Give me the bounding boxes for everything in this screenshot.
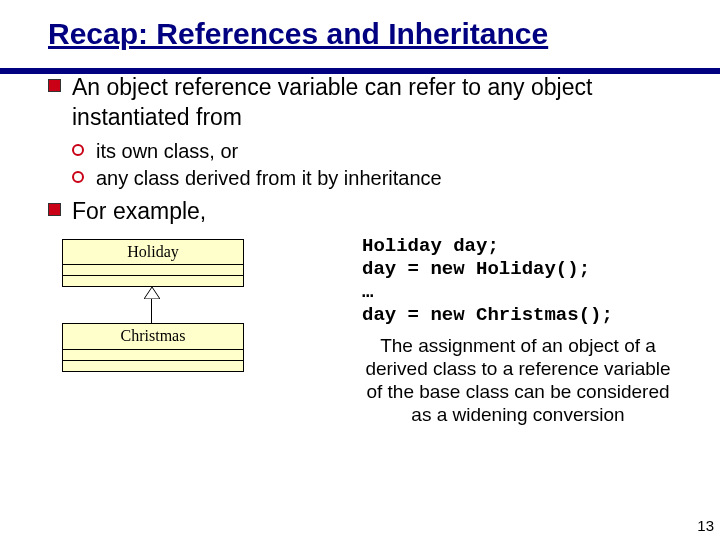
slide: Recap: References and Inheritance An obj…: [0, 0, 720, 540]
bullet-text: For example,: [72, 198, 206, 224]
uml-class-section: [63, 276, 243, 286]
uml-class-holiday: Holiday: [62, 239, 244, 288]
uml-class-name: Christmas: [63, 324, 243, 350]
uml-class-christmas: Christmas: [62, 323, 244, 372]
square-bullet-icon: [48, 79, 61, 92]
slide-title: Recap: References and Inheritance: [48, 14, 684, 53]
page-number: 13: [697, 517, 714, 534]
bullet-text: An object reference variable can refer t…: [72, 74, 592, 130]
circle-bullet-icon: [72, 171, 84, 183]
bullet-text: any class derived from it by inheritance: [96, 167, 442, 189]
uml-inheritance-arrow: [62, 287, 362, 323]
bullet-level1: For example,: [48, 197, 684, 227]
bullet-level2: any class derived from it by inheritance: [72, 166, 684, 191]
bullet-text: its own class, or: [96, 140, 238, 162]
explanation-note: The assignment of an object of a derived…: [362, 335, 684, 426]
diagram-row: Holiday Christmas: [48, 235, 684, 427]
code-line: day = new Christmas();: [362, 304, 613, 326]
bullet-level1: An object reference variable can refer t…: [48, 73, 684, 133]
right-column: Holiday day; day = new Holiday(); … day …: [362, 235, 684, 427]
bullet-level2: its own class, or: [72, 139, 684, 164]
code-line: day = new Holiday();: [362, 258, 590, 280]
triangle-arrowhead-icon: [144, 287, 160, 299]
uml-class-section: [63, 350, 243, 361]
square-bullet-icon: [48, 203, 61, 216]
code-line: Holiday day;: [362, 235, 499, 257]
code-block: Holiday day; day = new Holiday(); … day …: [362, 235, 684, 328]
uml-diagram: Holiday Christmas: [48, 235, 362, 373]
svg-marker-0: [144, 287, 160, 299]
arrow-line: [151, 299, 152, 323]
slide-content: An object reference variable can refer t…: [48, 73, 684, 427]
uml-class-section: [63, 361, 243, 371]
uml-class-name: Holiday: [63, 240, 243, 266]
uml-class-section: [63, 265, 243, 276]
code-line: …: [362, 281, 373, 303]
circle-bullet-icon: [72, 144, 84, 156]
